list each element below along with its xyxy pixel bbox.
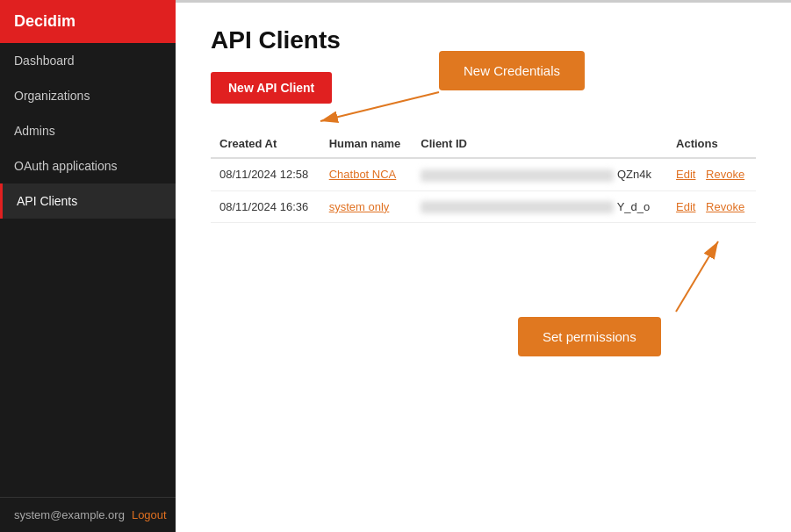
- row1-human-name: Chatbot NCA: [320, 158, 413, 191]
- new-api-client-button[interactable]: New API Client: [211, 72, 332, 104]
- row1-created-at: 08/11/2024 12:58: [211, 158, 320, 191]
- sidebar-brand: Decidim: [0, 0, 176, 43]
- row2-actions: Edit Revoke: [667, 191, 756, 223]
- sidebar-item-admins[interactable]: Admins: [0, 113, 176, 148]
- sidebar-item-dashboard[interactable]: Dashboard: [0, 43, 176, 78]
- col-actions: Actions: [667, 130, 756, 158]
- row2-created-at: 08/11/2024 16:36: [211, 191, 320, 223]
- sidebar-user-email: system@example.org: [14, 508, 125, 521]
- row2-client-id: Y_d_o: [412, 191, 667, 223]
- row1-revoke-link[interactable]: Revoke: [706, 168, 744, 181]
- col-created-at: Created At: [211, 130, 320, 158]
- sidebar-item-api-clients[interactable]: API Clients: [0, 183, 176, 219]
- col-human-name: Human name: [320, 130, 413, 158]
- new-credentials-tooltip: New Credentials: [439, 51, 585, 90]
- main-content: API Clients New Credentials New API Clie…: [176, 0, 791, 532]
- col-client-id: Client ID: [412, 130, 667, 158]
- sidebar: Decidim Dashboard Organizations Admins O…: [0, 0, 176, 532]
- svg-line-2: [320, 92, 439, 121]
- sidebar-footer: system@example.org Logout: [0, 497, 176, 532]
- logout-link[interactable]: Logout: [132, 508, 167, 521]
- sidebar-item-oauth[interactable]: OAuth applications: [0, 148, 176, 183]
- row1-client-id-blurred: [421, 169, 614, 182]
- table-row: 08/11/2024 16:36 system only Y_d_o Edit …: [211, 191, 756, 223]
- row2-human-name-link[interactable]: system only: [329, 200, 390, 213]
- set-permissions-tooltip: Set permissions: [518, 317, 661, 356]
- sidebar-nav: Dashboard Organizations Admins OAuth app…: [0, 43, 176, 497]
- row2-client-id-suffix: Y_d_o: [617, 200, 651, 213]
- api-clients-table: Created At Human name Client ID Actions …: [211, 130, 756, 223]
- row2-revoke-link[interactable]: Revoke: [706, 200, 744, 213]
- row2-client-id-blurred: [421, 201, 614, 213]
- table-header-row: Created At Human name Client ID Actions: [211, 130, 756, 158]
- table-row: 08/11/2024 12:58 Chatbot NCA QZn4k Edit …: [211, 158, 756, 191]
- svg-line-3: [676, 241, 718, 312]
- row2-human-name: system only: [320, 191, 413, 223]
- sidebar-item-organizations[interactable]: Organizations: [0, 78, 176, 113]
- row1-human-name-link[interactable]: Chatbot NCA: [329, 168, 397, 181]
- row1-actions: Edit Revoke: [667, 158, 756, 191]
- row1-edit-link[interactable]: Edit: [676, 168, 695, 181]
- row2-edit-link[interactable]: Edit: [676, 200, 695, 213]
- row1-client-id-suffix: QZn4k: [617, 168, 651, 181]
- row1-client-id: QZn4k: [412, 158, 667, 191]
- top-border: [176, 0, 791, 3]
